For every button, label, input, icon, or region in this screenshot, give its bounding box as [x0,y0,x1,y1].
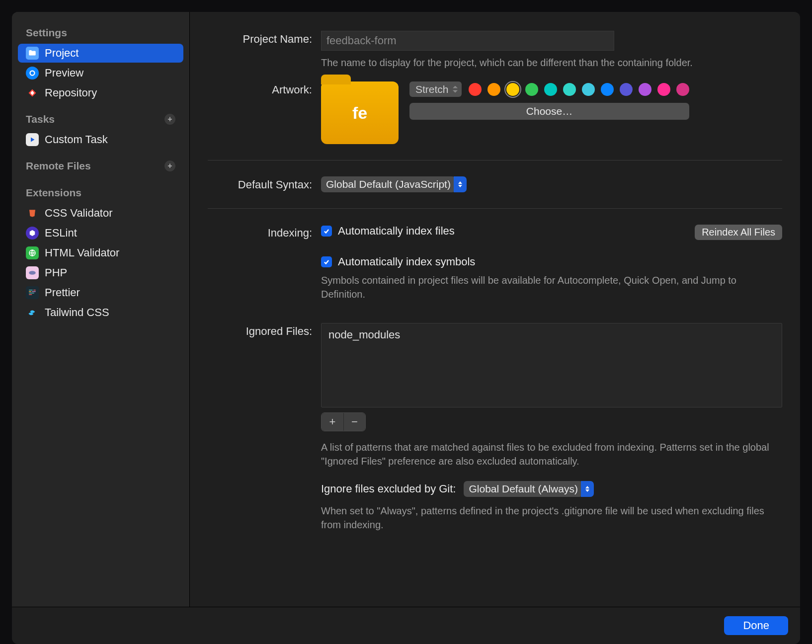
color-swatch[interactable] [620,83,633,96]
sidebar-item-repository[interactable]: Repository [18,83,183,102]
artwork-abbrev: fe [352,103,367,123]
sidebar-item-label: Prettier [45,286,80,299]
sidebar-item-label: PHP [45,266,67,279]
sidebar-section-remote: Remote Files + [18,156,183,176]
sidebar-item-prettier[interactable]: Prettier [18,283,183,302]
svg-marker-3 [31,138,35,142]
settings-window: Settings Project Preview Repository [12,12,800,644]
ignored-files-row: Ignored Files: node_modules + − A list o… [208,317,782,538]
eslint-icon [26,227,39,240]
project-name-row: Project Name: The name to display for th… [208,25,782,76]
add-task-button[interactable]: + [164,114,175,125]
ignored-files-help: A list of patterns that are matched agai… [321,440,782,468]
index-files-label: Automatically index files [338,225,455,238]
sidebar-item-css-validator[interactable]: CSS Validator [18,204,183,223]
sidebar-item-label: Preview [45,67,83,80]
sidebar-section-extensions-label: Extensions [26,187,81,199]
color-swatch[interactable] [676,83,689,96]
svg-point-7 [29,271,36,275]
svg-marker-4 [29,210,35,217]
chevrons-up-down-icon [454,176,467,192]
sidebar-item-label: Custom Task [45,133,108,146]
index-files-checkbox[interactable] [321,226,332,237]
color-swatch[interactable] [544,83,557,96]
prettier-icon [26,286,39,299]
svg-rect-13 [29,294,32,295]
ignored-files-list[interactable]: node_modules [321,323,782,407]
svg-rect-11 [32,291,36,292]
index-symbols-help: Symbols contained in project files will … [321,273,782,301]
sidebar-item-label: Tailwind CSS [45,306,109,319]
reindex-button[interactable]: Reindex All Files [695,225,782,240]
git-ignore-select[interactable]: Global Default (Always) [464,481,593,497]
sidebar-section-settings-label: Settings [26,27,67,39]
svg-rect-8 [29,290,33,291]
sidebar-section-settings: Settings [18,23,183,43]
sidebar-item-label: Project [45,47,79,60]
color-swatch[interactable] [601,83,614,96]
svg-rect-12 [29,293,34,294]
play-icon [26,133,39,146]
sidebar-item-custom-task[interactable]: Custom Task [18,130,183,149]
color-swatch[interactable] [487,83,500,96]
project-name-input[interactable] [321,31,614,51]
svg-marker-5 [30,230,35,236]
ignored-files-actions: + − [321,412,366,431]
sidebar-item-eslint[interactable]: ESLint [18,224,183,242]
add-ignored-button[interactable]: + [322,413,343,431]
sidebar-item-project[interactable]: Project [18,44,183,63]
settings-main-content: Project Name: The name to display for th… [190,12,800,607]
artwork-preview: fe [321,81,399,144]
sidebar-section-tasks-label: Tasks [26,113,55,125]
sidebar-item-html-validator[interactable]: HTML Validator [18,243,183,262]
css-validator-icon [26,207,39,220]
sidebar-item-preview[interactable]: Preview [18,64,183,82]
default-syntax-label: Default Syntax: [208,176,312,191]
folder-icon [26,47,39,60]
artwork-color-swatches [469,83,689,96]
remove-ignored-button[interactable]: − [343,413,365,431]
php-icon [26,266,39,279]
artwork-choose-button[interactable]: Choose… [409,103,689,120]
project-name-help: The name to display for the project, whi… [321,56,782,70]
svg-point-0 [30,71,35,76]
default-syntax-row: Default Syntax: Global Default (JavaScri… [208,170,782,198]
default-syntax-select[interactable]: Global Default (JavaScript) [321,176,467,192]
artwork-row: Artwork: fe Stretch [208,76,782,150]
sidebar-section-extensions: Extensions [18,183,183,203]
sidebar-item-label: ESLint [45,227,77,240]
svg-rect-10 [29,291,31,292]
color-swatch[interactable] [582,83,595,96]
git-ignore-value: Global Default (Always) [464,481,582,497]
project-name-label: Project Name: [208,31,312,46]
chevrons-up-down-icon [581,481,594,497]
window-body: Settings Project Preview Repository [12,12,800,607]
index-symbols-label: Automatically index symbols [338,255,475,268]
add-remote-button[interactable]: + [164,161,175,171]
default-syntax-value: Global Default (JavaScript) [321,176,456,192]
window-footer: Done [12,607,800,644]
color-swatch[interactable] [639,83,651,96]
indexing-label: Indexing: [208,225,312,240]
sidebar-item-tailwind[interactable]: Tailwind CSS [18,303,183,322]
color-swatch[interactable] [506,83,519,96]
sidebar-section-tasks: Tasks + [18,109,183,129]
artwork-label: Artwork: [208,81,312,96]
divider [208,208,782,209]
index-symbols-checkbox[interactable] [321,256,332,267]
color-swatch[interactable] [657,83,670,96]
done-button[interactable]: Done [724,616,788,635]
html-validator-icon [26,246,39,259]
color-swatch[interactable] [563,83,576,96]
ignored-files-label: Ignored Files: [208,323,312,338]
sidebar-item-label: HTML Validator [45,246,119,259]
ignored-files-item[interactable]: node_modules [328,328,775,341]
artwork-stretch-select[interactable]: Stretch [409,81,462,97]
git-ignore-help: When set to "Always", patterns defined i… [321,504,782,532]
sidebar-item-php[interactable]: PHP [18,263,183,282]
color-swatch[interactable] [525,83,538,96]
settings-sidebar: Settings Project Preview Repository [12,12,190,607]
color-swatch[interactable] [469,83,482,96]
git-ignore-label: Ignore files excluded by Git: [321,483,456,495]
repository-icon [26,86,39,99]
